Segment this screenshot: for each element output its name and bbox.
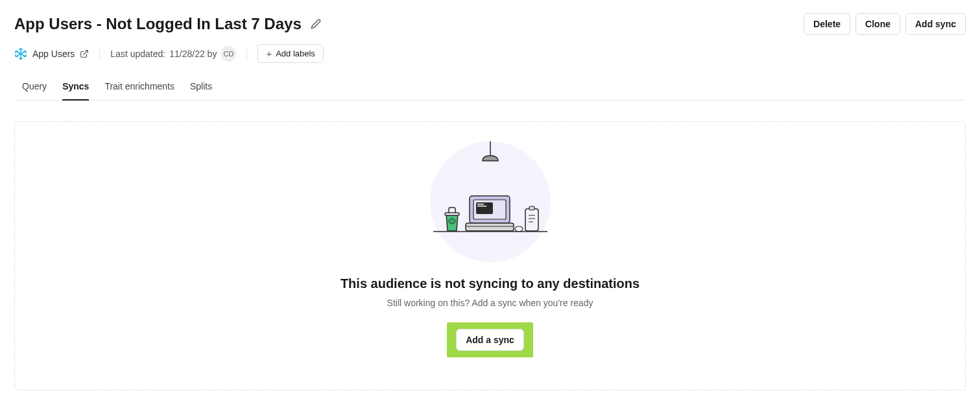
parent-model-link[interactable]: App Users xyxy=(14,47,89,60)
header-actions: Delete Clone Add sync xyxy=(804,13,966,35)
add-a-sync-button[interactable]: Add a sync xyxy=(456,329,524,351)
empty-state-illustration xyxy=(430,141,551,262)
svg-line-3 xyxy=(84,50,88,54)
edit-icon[interactable] xyxy=(311,19,321,29)
last-updated: Last updated: 11/28/22 by CD xyxy=(110,46,236,62)
svg-rect-16 xyxy=(525,209,538,231)
last-updated-prefix: Last updated: xyxy=(110,49,165,59)
avatar: CD xyxy=(221,46,236,62)
tab-splits[interactable]: Splits xyxy=(190,75,212,101)
divider xyxy=(99,47,100,61)
plus-icon: + xyxy=(266,49,272,58)
svg-rect-13 xyxy=(466,223,514,231)
svg-rect-6 xyxy=(445,213,459,215)
syncs-panel: This audience is not syncing to any dest… xyxy=(14,121,966,390)
empty-state-subtitle: Still working on this? Add a sync when y… xyxy=(387,298,593,308)
add-sync-button[interactable]: Add sync xyxy=(905,13,966,35)
snowflake-icon xyxy=(14,47,27,60)
tab-trait-enrichments[interactable]: Trait enrichments xyxy=(104,75,174,101)
svg-point-15 xyxy=(515,226,523,232)
page-title: App Users - Not Logged In Last 7 Days xyxy=(14,15,302,33)
add-labels-label: Add labels xyxy=(276,49,315,58)
tabs: Query Syncs Trait enrichments Splits xyxy=(14,75,966,101)
cta-highlight: Add a sync xyxy=(447,322,533,357)
empty-state-title: This audience is not syncing to any dest… xyxy=(341,276,639,291)
tab-query[interactable]: Query xyxy=(22,75,47,101)
svg-rect-17 xyxy=(529,206,534,210)
clone-button[interactable]: Clone xyxy=(855,13,900,35)
svg-rect-12 xyxy=(477,206,486,207)
tab-syncs[interactable]: Syncs xyxy=(62,75,89,101)
svg-point-7 xyxy=(449,219,455,224)
external-link-icon xyxy=(80,49,89,58)
divider xyxy=(246,47,247,61)
svg-rect-11 xyxy=(477,204,484,205)
parent-model-name: App Users xyxy=(32,49,75,59)
delete-button[interactable]: Delete xyxy=(804,13,850,35)
last-updated-value: 11/28/22 by xyxy=(169,49,217,59)
add-labels-button[interactable]: + Add labels xyxy=(257,44,323,63)
